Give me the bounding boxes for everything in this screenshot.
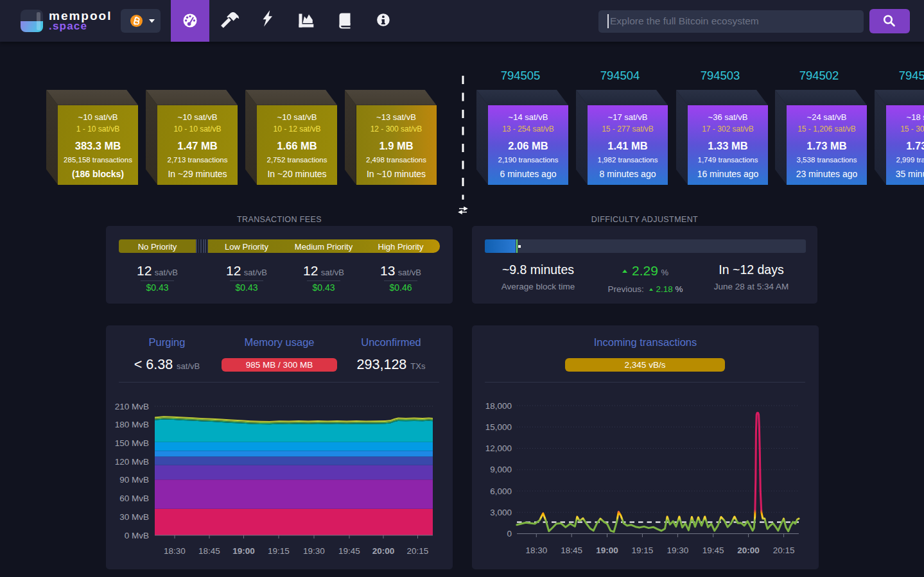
svg-text:180 MvB: 180 MvB <box>115 420 149 429</box>
svg-text:15,000: 15,000 <box>485 422 512 432</box>
svg-text:19:45: 19:45 <box>702 546 724 555</box>
svg-text:20:00: 20:00 <box>372 546 395 556</box>
svg-text:210 MvB: 210 MvB <box>115 402 149 411</box>
svg-text:20:00: 20:00 <box>737 546 760 555</box>
svg-text:90 MvB: 90 MvB <box>119 475 149 485</box>
svg-text:19:00: 19:00 <box>232 546 255 556</box>
svg-text:150 MvB: 150 MvB <box>115 438 149 448</box>
svg-text:19:45: 19:45 <box>338 546 360 556</box>
svg-text:18,000: 18,000 <box>485 401 512 411</box>
svg-text:18:45: 18:45 <box>198 546 220 556</box>
svg-text:19:30: 19:30 <box>667 546 689 555</box>
svg-text:0 MvB: 0 MvB <box>125 531 149 540</box>
svg-text:18:30: 18:30 <box>525 546 547 555</box>
svg-text:12,000: 12,000 <box>485 444 512 453</box>
svg-text:60 MvB: 60 MvB <box>119 494 149 503</box>
svg-text:19:15: 19:15 <box>632 546 654 555</box>
svg-text:18:30: 18:30 <box>164 546 186 556</box>
svg-text:20:15: 20:15 <box>407 546 429 556</box>
svg-text:0: 0 <box>507 529 512 538</box>
svg-text:19:15: 19:15 <box>268 546 290 556</box>
svg-text:120 MvB: 120 MvB <box>115 457 149 467</box>
svg-text:30 MvB: 30 MvB <box>119 512 149 522</box>
svg-text:6,000: 6,000 <box>490 487 512 496</box>
svg-text:19:30: 19:30 <box>303 546 325 556</box>
svg-text:19:00: 19:00 <box>596 546 618 555</box>
svg-text:9,000: 9,000 <box>490 465 512 474</box>
svg-text:20:15: 20:15 <box>773 546 795 555</box>
svg-text:3,000: 3,000 <box>490 508 512 517</box>
svg-text:18:45: 18:45 <box>561 546 582 555</box>
